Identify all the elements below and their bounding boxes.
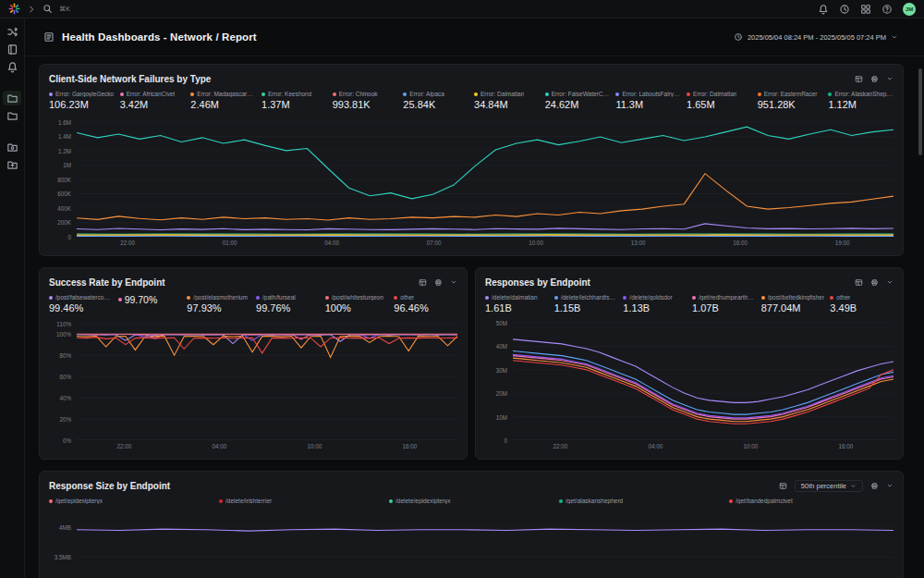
percentile-select[interactable]: 50th percentile	[795, 480, 863, 492]
legend-label: Error: Keeshond	[268, 91, 311, 97]
legend-item[interactable]: 99.70%	[118, 294, 182, 314]
legend-item[interactable]: /path/furseal99.76%	[256, 294, 320, 314]
legend-item[interactable]: Error: AfricanCivet3.42M	[120, 91, 186, 110]
legend-item[interactable]: Error: GargoyleGecko106.23M	[49, 91, 115, 110]
legend-item[interactable]: /get/alaskanshepherd	[559, 498, 723, 504]
legend-value: 3.49B	[830, 302, 894, 314]
legend-item[interactable]: Error: EasternRacer951.28K	[758, 91, 823, 110]
legend-value: 2.46M	[190, 99, 256, 110]
legend-item[interactable]: /delete/goldsdor1.13B	[623, 294, 687, 314]
legend-label: other	[836, 294, 850, 301]
sidebar-expand-icon[interactable]	[27, 5, 36, 14]
legend-item[interactable]: /get/epidexipteryx	[49, 498, 213, 504]
legend-dot	[830, 296, 833, 300]
legend-dot	[559, 499, 563, 503]
sidebar-item-5[interactable]	[3, 108, 21, 123]
legend-item[interactable]: other3.49B	[830, 294, 894, 314]
legend-item[interactable]: /post/falsewatercobra99.46%	[49, 294, 113, 314]
table-icon[interactable]	[855, 75, 863, 83]
legend-item[interactable]: Error: AlaskanShepherd1.12M	[828, 91, 894, 110]
search-icon[interactable]	[43, 4, 53, 14]
x-axis: 22:0001:0004:0007:0010:0013:0016:0019:00	[77, 237, 894, 248]
printer-icon[interactable]	[870, 278, 879, 287]
legend-item[interactable]: /get/bandedpalmcivet	[729, 498, 894, 504]
chevron-down-icon[interactable]	[450, 278, 457, 286]
legend-item[interactable]: /delete/leichhardtsgras...1.15B	[554, 294, 618, 314]
legend-value: 24.62M	[545, 99, 611, 110]
panel-client-side-network-failures-by-type: Client-Side Network Failures by TypeErro…	[39, 64, 904, 256]
chart-plot[interactable]	[77, 115, 894, 237]
sidebar-item-4[interactable]	[3, 91, 21, 105]
printer-icon[interactable]	[870, 75, 879, 83]
legend-dot	[403, 92, 407, 96]
panels-grid: Client-Side Network Failures by TypeErro…	[25, 56, 924, 578]
legend-dot	[219, 499, 223, 503]
legend-dot	[623, 296, 626, 300]
legend-item[interactable]: /delete/epidexipteryx	[389, 498, 553, 504]
y-axis: 50M40M30M20M10M0	[485, 318, 513, 440]
sidebar-item-2[interactable]	[3, 42, 21, 56]
app-logo-icon[interactable]	[8, 3, 20, 15]
apps-grid-icon[interactable]	[860, 4, 871, 15]
legend-dot	[389, 499, 393, 503]
legend-label: /delete/leichhardtsgras...	[561, 294, 618, 301]
legend-item[interactable]: /post/beltedkingfisher877.04M	[761, 294, 825, 314]
help-icon[interactable]	[881, 4, 893, 15]
folder-open-icon	[6, 92, 18, 105]
x-axis-label: 19:00	[835, 240, 850, 246]
chart-plot[interactable]	[77, 318, 457, 440]
table-icon[interactable]	[419, 278, 427, 287]
notifications-bell-icon[interactable]	[818, 4, 829, 15]
legend-dot	[692, 296, 696, 300]
series-get-redhumpeartheater	[513, 356, 894, 420]
legend-value: 99.76%	[256, 302, 320, 314]
table-icon[interactable]	[779, 482, 787, 490]
series-post-beltedkingfisher	[513, 358, 894, 422]
printer-icon[interactable]	[870, 482, 879, 490]
history-icon[interactable]	[839, 4, 850, 15]
folder-icon	[6, 110, 18, 122]
time-range-picker[interactable]: 2025/05/04 08:24 PM - 2025/05/05 07:24 P…	[728, 30, 904, 44]
legend-item[interactable]: Error: Alpaca25.84K	[403, 91, 468, 110]
sidebar-item-1[interactable]	[3, 24, 21, 39]
y-axis-label: 3.5MB	[55, 554, 71, 560]
legend-item[interactable]: Error: Dalmatian1.65M	[687, 91, 752, 110]
sidebar-item-3[interactable]	[3, 59, 21, 74]
page-header: Health Dashboards - Network / Report 202…	[25, 18, 924, 56]
legend-dot	[485, 296, 489, 300]
alert-bell-icon	[6, 61, 18, 73]
chart-plot[interactable]	[513, 318, 894, 440]
sidebar-item-7[interactable]	[3, 157, 21, 172]
legend-item[interactable]: Error: MadagascarTreeB...2.46M	[190, 91, 256, 110]
table-icon[interactable]	[855, 278, 863, 287]
legend-item[interactable]: /delete/dalmatian1.61B	[485, 294, 549, 314]
chevron-down-icon	[891, 33, 898, 41]
legend-item[interactable]: Error: Keeshond1.37M	[261, 91, 327, 110]
y-axis-label: 20%	[59, 416, 71, 423]
legend-item[interactable]: Error: FalseWaterCobra24.62M	[545, 91, 611, 110]
chevron-down-icon[interactable]	[886, 482, 894, 489]
y-axis-label: 600K	[57, 191, 71, 197]
sidebar	[0, 18, 25, 578]
chevron-down-icon[interactable]	[886, 75, 894, 82]
legend-item[interactable]: Error: LaboutsFairyWras...11.3M	[615, 91, 681, 110]
legend-item[interactable]: /delete/irishterrier	[219, 498, 383, 504]
legend-item[interactable]: Error: Dalmatian34.84M	[474, 91, 540, 110]
printer-icon[interactable]	[434, 278, 443, 287]
y-axis: 4MB3.5MB3MB2.5MB2MB1.5MB1MB0.5MB0B	[49, 509, 77, 578]
legend-dot	[49, 92, 53, 96]
legend-item[interactable]: /post/whitesturgeon100%	[325, 294, 389, 314]
chart-plot[interactable]	[77, 509, 894, 578]
legend-item[interactable]: /get/redhumpeartheater1.07B	[692, 294, 756, 314]
avatar[interactable]: JM	[903, 3, 916, 16]
legend-label: Error: AlaskanShepherd	[834, 91, 894, 97]
sidebar-item-6[interactable]	[3, 140, 21, 154]
notebook-icon	[6, 43, 18, 55]
legend-item[interactable]: other96.46%	[394, 294, 457, 314]
legend-item[interactable]: /post/elasmotherium97.93%	[187, 294, 250, 314]
chevron-down-icon[interactable]	[886, 278, 894, 286]
scrollbar-thumb[interactable]	[918, 68, 922, 155]
legend-value: 1.15B	[554, 302, 618, 314]
legend-value: 1.13B	[623, 302, 687, 314]
legend-item[interactable]: Error: Chinook993.81K	[333, 91, 398, 110]
